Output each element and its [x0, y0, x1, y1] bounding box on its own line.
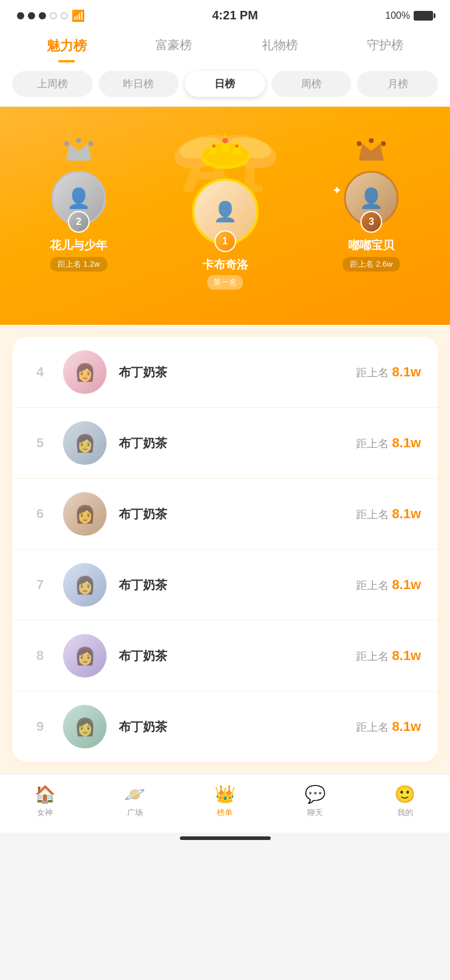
- filter-last-week[interactable]: 上周榜: [12, 71, 93, 97]
- list-card: 4 👩 布丁奶茶 距上名 8.1w 5 👩 布丁奶茶 距上名 8.1w 6 👩 …: [12, 337, 438, 762]
- crown-1-wrap: [171, 119, 280, 173]
- svg-point-2: [88, 141, 93, 146]
- score-5: 距上名 8.1w: [356, 435, 421, 451]
- crown-2-icon: [64, 138, 94, 167]
- score-6: 距上名 8.1w: [356, 506, 421, 522]
- avatar-wrap-2: 👤 2: [51, 171, 106, 225]
- list-item[interactable]: 6 👩 布丁奶茶 距上名 8.1w: [12, 479, 438, 550]
- goddess-icon: 🏠: [35, 784, 56, 804]
- svg-point-16: [357, 141, 362, 146]
- signal-dot-2: [28, 12, 35, 19]
- score-4: 距上名 8.1w: [356, 364, 421, 380]
- square-icon: 🪐: [124, 784, 145, 804]
- svg-point-14: [212, 144, 215, 147]
- avatar-inner-5: 👩: [63, 421, 107, 465]
- avatar-inner-8: 👩: [63, 634, 107, 678]
- user-avatar-4: 👩: [63, 350, 107, 394]
- filter-yesterday[interactable]: 昨日榜: [99, 71, 179, 97]
- filter-day[interactable]: 日榜: [185, 71, 265, 97]
- user-name-7: 布丁奶茶: [119, 577, 356, 593]
- user-avatar-7: 👩: [63, 563, 107, 607]
- nav-item-rich[interactable]: 富豪榜: [156, 37, 192, 62]
- svg-point-18: [381, 141, 386, 146]
- svg-point-17: [369, 138, 374, 143]
- sparkle-icon: ✦: [332, 183, 342, 198]
- battery-percentage: 100%: [385, 10, 410, 21]
- signal-dot-1: [17, 12, 24, 19]
- rank-second[interactable]: 👤 2 花儿与少年 距上名 1.2w: [12, 138, 145, 290]
- user-avatar-5: 👩: [63, 421, 107, 465]
- avatar-inner-6: 👩: [63, 492, 107, 536]
- goddess-label: 女神: [37, 807, 53, 818]
- user-name-5: 布丁奶茶: [119, 435, 356, 452]
- chat-label: 聊天: [307, 807, 323, 818]
- mine-icon: 🙂: [394, 784, 415, 804]
- user-name-8: 布丁奶茶: [119, 648, 356, 664]
- crown-3-icon: [356, 138, 386, 167]
- list-item[interactable]: 8 👩 布丁奶茶 距上名 8.1w: [12, 621, 438, 692]
- crown-1-icon: [171, 119, 280, 173]
- rank-badge-3: 3: [360, 211, 382, 233]
- svg-point-15: [235, 144, 238, 147]
- nav-tab-ranking[interactable]: 👑 榜单: [200, 784, 249, 818]
- rank2-sub: 距上名 1.2w: [50, 257, 107, 272]
- score-9: 距上名 8.1w: [356, 719, 421, 735]
- rank-num-5: 5: [29, 435, 51, 451]
- user-name-4: 布丁奶茶: [119, 364, 356, 381]
- nav-item-guard[interactable]: 守护榜: [367, 37, 403, 62]
- rank-num-4: 4: [29, 364, 51, 380]
- avatar-inner-9: 👩: [63, 705, 107, 748]
- ranking-label: 榜单: [217, 807, 233, 818]
- avatar-inner-7: 👩: [63, 563, 107, 607]
- rank-badge-2: 2: [68, 211, 90, 233]
- rank-num-7: 7: [29, 577, 51, 593]
- nav-tab-goddess[interactable]: 🏠 女神: [21, 784, 69, 818]
- user-name-9: 布丁奶茶: [119, 719, 356, 735]
- nav-item-gift[interactable]: 礼物榜: [262, 37, 298, 62]
- wifi-icon: 📶: [71, 9, 85, 22]
- filter-week[interactable]: 周榜: [271, 71, 352, 97]
- nav-tab-chat[interactable]: 💬 聊天: [291, 784, 339, 818]
- home-indicator: [180, 836, 271, 840]
- signal-dot-4: [50, 12, 57, 19]
- svg-point-1: [76, 138, 81, 143]
- ranking-icon: 👑: [214, 784, 236, 804]
- rank2-name: 花儿与少年: [50, 238, 107, 253]
- rank-num-6: 6: [29, 506, 51, 522]
- chat-icon: 💬: [305, 784, 326, 804]
- filter-bar: 上周榜 昨日榜 日榜 周榜 月榜: [0, 62, 450, 107]
- status-bar: 📶 4:21 PM 100%: [0, 0, 450, 27]
- bottom-nav: 🏠 女神 🪐 广场 👑 榜单 💬 聊天 🙂 我的: [0, 774, 450, 833]
- rank-badge-1: 1: [214, 230, 236, 252]
- user-avatar-8: 👩: [63, 634, 107, 678]
- filter-month[interactable]: 月榜: [357, 71, 438, 97]
- svg-rect-19: [359, 158, 383, 161]
- rank-third[interactable]: ✦ 👤 3 嘟嘟宝贝 距上名 2.6w: [305, 138, 438, 290]
- rank-first[interactable]: 👤 1 卡布奇洛 第一名: [145, 119, 305, 290]
- signal-dot-3: [39, 12, 46, 19]
- sparkle-wrap: ✦ 👤 3: [344, 171, 399, 225]
- mine-label: 我的: [397, 807, 413, 818]
- list-item[interactable]: 9 👩 布丁奶茶 距上名 8.1w: [12, 692, 438, 762]
- list-item[interactable]: 7 👩 布丁奶茶 距上名 8.1w: [12, 550, 438, 621]
- rank3-sub: 距上名 2.6w: [343, 257, 400, 272]
- signal-dot-5: [61, 12, 68, 19]
- battery-icon: [414, 11, 433, 21]
- rank1-name: 卡布奇洛: [202, 257, 248, 273]
- battery-area: 100%: [385, 10, 433, 21]
- score-8: 距上名 8.1w: [356, 648, 421, 664]
- hero-section: At 👤 2 花儿与: [0, 107, 450, 325]
- nav-tab-square[interactable]: 🪐 广场: [111, 784, 159, 818]
- avatar-inner-4: 👩: [63, 350, 107, 394]
- avatar-wrap-1: 👤 1: [192, 178, 259, 245]
- svg-point-13: [222, 138, 228, 144]
- rank1-label: 第一名: [207, 275, 243, 290]
- list-item[interactable]: 5 👩 布丁奶茶 距上名 8.1w: [12, 408, 438, 479]
- nav-tab-mine[interactable]: 🙂 我的: [381, 784, 429, 818]
- signal-area: 📶: [17, 9, 85, 22]
- list-item[interactable]: 4 👩 布丁奶茶 距上名 8.1w: [12, 337, 438, 408]
- user-name-6: 布丁奶茶: [119, 506, 356, 522]
- svg-rect-3: [67, 158, 91, 161]
- user-avatar-6: 👩: [63, 492, 107, 536]
- nav-item-charm[interactable]: 魅力榜: [47, 37, 87, 62]
